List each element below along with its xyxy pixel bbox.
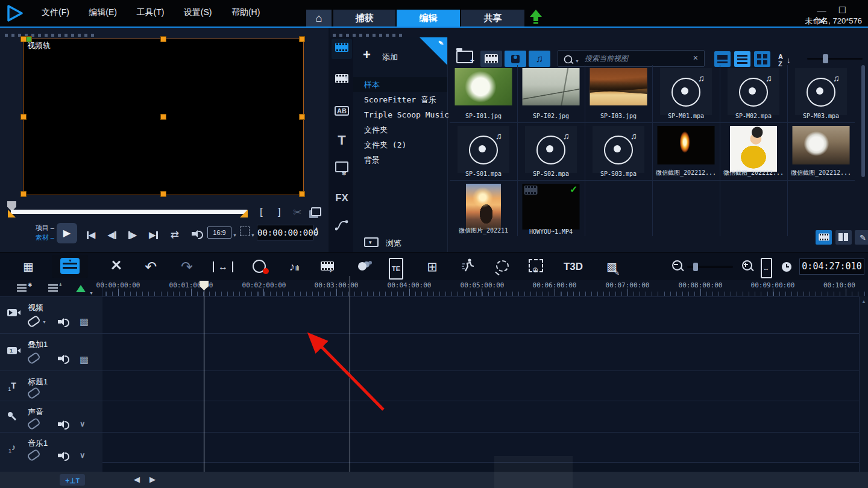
menu-help[interactable]: 帮助(H) bbox=[223, 0, 268, 25]
mask-creator-button[interactable]: ✎ bbox=[602, 258, 622, 276]
timecode-down-icon[interactable]: ▼ bbox=[315, 233, 319, 237]
media-item[interactable]: 微信图片_202211 bbox=[450, 181, 517, 236]
mark-in-button[interactable]: [ bbox=[260, 206, 263, 218]
media-item[interactable]: 微信截图_202212... bbox=[787, 123, 855, 178]
sel-handle-bm[interactable] bbox=[160, 191, 166, 197]
undo-button[interactable] bbox=[140, 258, 161, 276]
minimize-button[interactable]: — bbox=[813, 5, 831, 15]
tab-edit[interactable]: 编辑 bbox=[397, 10, 460, 27]
category-background[interactable]: 背景 bbox=[353, 152, 447, 167]
media-item[interactable]: SP-S02.mpa bbox=[517, 123, 585, 178]
media-item[interactable]: HOWYOU~1.MP4 bbox=[517, 181, 585, 236]
tab-share[interactable]: 共享 bbox=[461, 10, 524, 27]
track-header-voice[interactable]: 声音 bbox=[0, 401, 102, 432]
play-button[interactable] bbox=[57, 223, 77, 243]
tools-button[interactable] bbox=[106, 258, 127, 276]
sel-handle-tr[interactable] bbox=[299, 36, 305, 42]
maximize-button[interactable]: ☐ bbox=[833, 5, 851, 16]
link-toggle[interactable] bbox=[28, 420, 40, 430]
import-media-icon[interactable]: + bbox=[456, 51, 473, 63]
media-item[interactable]: SP-S01.mpa bbox=[450, 123, 517, 178]
category-scorefitter[interactable]: ScoreFitter 音乐 bbox=[353, 92, 447, 107]
add-icon[interactable]: + bbox=[363, 47, 371, 63]
sidebar-instant-project-icon[interactable]: ✶ bbox=[333, 71, 351, 89]
show-library-button[interactable] bbox=[816, 230, 832, 245]
link-toggle[interactable] bbox=[28, 389, 40, 399]
enlarge-preview-icon[interactable] bbox=[311, 207, 321, 216]
repeat-button[interactable] bbox=[165, 228, 184, 241]
category-triple-scoop[interactable]: Triple Scoop Music bbox=[353, 107, 447, 122]
link-toggle[interactable] bbox=[28, 354, 40, 364]
track-header-video[interactable]: 视频 bbox=[0, 296, 102, 333]
waveform-toggle[interactable] bbox=[80, 419, 86, 428]
preview-timecode[interactable]: 00:00:00:000 bbox=[257, 225, 313, 240]
prev-frame-button[interactable] bbox=[102, 230, 121, 240]
sound-mixer-button[interactable]: ılı bbox=[284, 258, 304, 276]
transparency-toggle[interactable] bbox=[80, 354, 89, 365]
track-row-music[interactable] bbox=[102, 432, 859, 462]
menu-edit[interactable]: 编辑(E) bbox=[80, 0, 125, 25]
split-screen-button[interactable] bbox=[422, 258, 442, 276]
next-frame-button[interactable] bbox=[124, 230, 142, 240]
scroll-left-button[interactable] bbox=[134, 475, 140, 484]
filter-audio-button[interactable] bbox=[529, 51, 550, 67]
customize-motion-button[interactable]: ⊕ bbox=[526, 258, 546, 276]
category-samples[interactable]: 样本 bbox=[353, 77, 447, 92]
motion-tracking-button[interactable] bbox=[458, 258, 479, 276]
track-row-title[interactable] bbox=[102, 371, 859, 401]
add-remove-track-icon[interactable] bbox=[48, 284, 58, 292]
fit-project-button[interactable]: ↔ bbox=[213, 261, 233, 272]
fit-timeline-window-button[interactable]: ↔ bbox=[756, 258, 776, 276]
mute-toggle[interactable] bbox=[58, 354, 68, 364]
zoom-out-button[interactable] bbox=[667, 258, 687, 276]
tab-capture[interactable]: 捕获 bbox=[333, 10, 395, 27]
track-header-overlay[interactable]: 1 叠加1 bbox=[0, 333, 102, 371]
media-item[interactable]: SP-S03.mpa bbox=[585, 123, 652, 178]
subtitle-editor-button[interactable]: TE bbox=[386, 258, 406, 276]
media-item[interactable]: 微信截图_202212... bbox=[720, 123, 787, 178]
speed-lens-button[interactable] bbox=[352, 258, 373, 276]
timeline-ruler[interactable]: ✱ ± 00:00:00:00 00:01:00:00 00:02:00:00 … bbox=[0, 280, 868, 297]
search-clear-icon[interactable] bbox=[693, 53, 698, 63]
link-toggle[interactable] bbox=[28, 451, 40, 461]
mark-out-button[interactable]: ] bbox=[278, 206, 281, 218]
zoom-in-button[interactable] bbox=[737, 258, 757, 276]
sidebar-fx-icon[interactable]: FX bbox=[333, 189, 351, 207]
swap-track-button[interactable]: +⊥T bbox=[60, 474, 85, 486]
waveform-toggle[interactable] bbox=[80, 451, 86, 460]
track-manager-icon[interactable] bbox=[17, 284, 27, 292]
mute-toggle[interactable] bbox=[58, 451, 68, 461]
menu-file[interactable]: 文件(F) bbox=[33, 0, 78, 25]
home-tab[interactable] bbox=[306, 10, 332, 27]
project-duration-timecode[interactable]: 0:04:27:010 bbox=[799, 258, 864, 275]
go-start-button[interactable] bbox=[82, 230, 100, 240]
filter-video-button[interactable] bbox=[480, 51, 502, 67]
sidebar-transition-icon[interactable]: AB bbox=[333, 101, 351, 119]
sidebar-motion-path-icon[interactable] bbox=[333, 219, 351, 237]
track-row-voice[interactable] bbox=[102, 401, 859, 432]
media-item[interactable]: SP-I02.jpg bbox=[517, 65, 585, 120]
media-item[interactable]: SP-M02.mpa bbox=[720, 65, 787, 120]
sel-handle-br[interactable] bbox=[299, 191, 305, 197]
trim-end-handle[interactable] bbox=[240, 210, 248, 217]
record-capture-button[interactable] bbox=[249, 258, 269, 276]
dual-view-button[interactable] bbox=[835, 230, 852, 245]
mode-clip-label[interactable]: 素材 – bbox=[30, 233, 54, 242]
tracks-scroll-up-icon[interactable] bbox=[861, 299, 866, 304]
media-item[interactable]: SP-I01.jpg bbox=[450, 65, 517, 120]
transparency-toggle[interactable] bbox=[80, 316, 89, 327]
add-label[interactable]: 添加 bbox=[382, 52, 398, 63]
sel-handle-c[interactable] bbox=[160, 114, 166, 120]
sidebar-title-icon[interactable]: T bbox=[333, 131, 351, 149]
menu-tools[interactable]: 工具(T) bbox=[128, 0, 172, 25]
trim-bar[interactable] bbox=[11, 210, 247, 214]
track-header-title[interactable]: 1T 标题1 bbox=[0, 371, 102, 401]
media-item[interactable]: SP-M03.mpa bbox=[787, 65, 855, 120]
duration-clock-icon[interactable] bbox=[776, 258, 797, 276]
browse-button[interactable]: ▾ 浏览 bbox=[364, 237, 401, 249]
timeline-zoom-handle[interactable] bbox=[693, 263, 698, 271]
sidebar-overlay-icon[interactable]: ✽ bbox=[333, 160, 351, 178]
ripple-edit-icon[interactable] bbox=[76, 285, 86, 292]
mask-lasso-button[interactable] bbox=[492, 258, 512, 276]
sort-arrow-icon[interactable]: ↓ bbox=[787, 55, 791, 64]
